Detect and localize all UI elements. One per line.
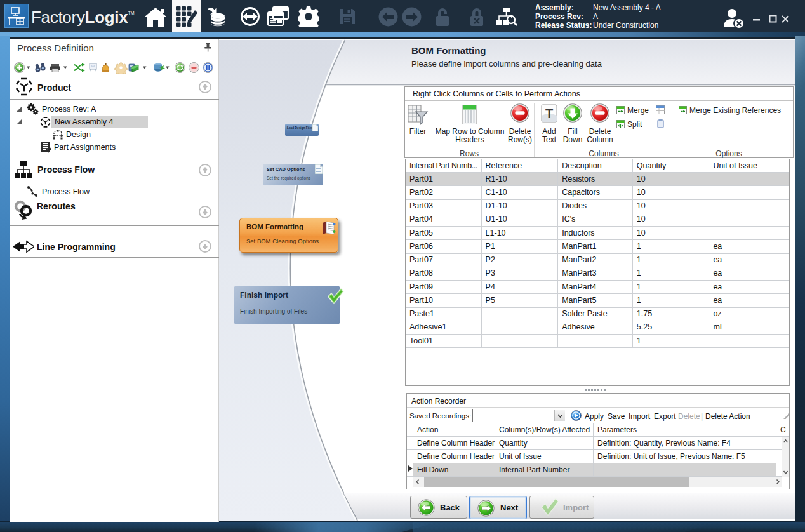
svg-text:T: T	[545, 107, 553, 121]
